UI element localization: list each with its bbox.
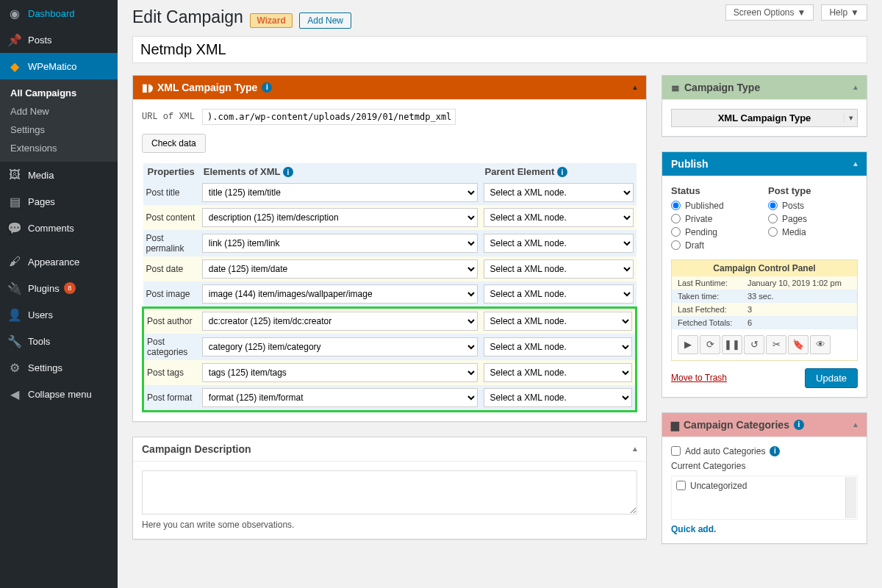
element-select[interactable]: dc:creator (125) item/dc:creator: [202, 312, 478, 331]
table-row: Post titletitle (125) item/titleSelect a…: [143, 180, 637, 205]
chevron-up-icon[interactable]: ▲: [631, 445, 639, 453]
users-icon: 👤: [7, 307, 22, 322]
element-select[interactable]: link (125) item/link: [202, 234, 478, 253]
update-button[interactable]: Update: [805, 368, 858, 388]
sidebar-item-appearance[interactable]: 🖌Appearance: [0, 248, 118, 275]
table-row: Post authordc:creator (125) item/dc:crea…: [143, 308, 637, 334]
cut-button[interactable]: ✂: [766, 335, 786, 354]
folder-icon: ▆: [671, 419, 679, 431]
campaign-title-input[interactable]: [132, 36, 867, 63]
parent-select[interactable]: Select a XML node.: [484, 388, 632, 407]
screen-options-button[interactable]: Screen Options ▼: [725, 4, 814, 21]
properties-table: Properties Elements of XML i Parent Elem…: [142, 163, 637, 413]
categories-list[interactable]: Uncategorized: [671, 476, 858, 520]
parent-select[interactable]: Select a XML node.: [484, 234, 634, 253]
parent-select[interactable]: Select a XML node.: [484, 259, 634, 279]
publish-header[interactable]: Publish ▲: [662, 152, 867, 176]
uncategorized-checkbox[interactable]: Uncategorized: [676, 481, 853, 491]
element-select[interactable]: image (144) item/images/wallpaper/image: [202, 284, 478, 304]
parent-select[interactable]: Select a XML node.: [484, 284, 634, 304]
campaign-description-textarea[interactable]: [142, 470, 637, 514]
info-icon[interactable]: i: [283, 167, 293, 177]
pages-icon: ▤: [7, 194, 22, 209]
campaign-categories-header[interactable]: ▆ Campaign Categories i ▲: [662, 413, 867, 437]
element-select[interactable]: tags (125) item/tags: [202, 363, 478, 382]
info-icon[interactable]: i: [770, 446, 780, 456]
view-button[interactable]: 👁: [810, 335, 831, 354]
parent-select[interactable]: Select a XML node.: [484, 183, 634, 202]
add-new-button[interactable]: Add New: [299, 12, 351, 29]
element-select[interactable]: description (125) item/description: [202, 208, 478, 227]
parent-select[interactable]: Select a XML node.: [484, 363, 632, 382]
sidebar-item-comments[interactable]: 💬Comments: [0, 215, 118, 241]
element-select[interactable]: category (125) item/category: [202, 337, 478, 356]
campaign-type-header[interactable]: ≣ Campaign Type ▲: [662, 76, 867, 100]
info-icon[interactable]: i: [794, 420, 804, 430]
pause-button[interactable]: ❚❚: [722, 335, 742, 354]
info-icon[interactable]: i: [557, 167, 567, 177]
dashboard-icon: ◉: [7, 6, 22, 21]
sidebar-item-plugins[interactable]: 🔌Plugins8: [0, 275, 118, 301]
chevron-up-icon[interactable]: ▲: [631, 83, 639, 91]
sidebar-sub-all-campaigns[interactable]: All Campaigns: [0, 84, 118, 102]
check-data-button[interactable]: Check data: [142, 134, 206, 153]
status-radio-draft[interactable]: Draft: [671, 239, 761, 252]
sidebar-item-dashboard[interactable]: ◉Dashboard: [0, 0, 118, 26]
chevron-up-icon[interactable]: ▲: [852, 159, 859, 168]
ccp-row: Taken time:33 sec.: [672, 290, 857, 303]
parent-select[interactable]: Select a XML node.: [484, 337, 632, 356]
element-select[interactable]: date (125) item/date: [202, 259, 478, 279]
appearance-icon: 🖌: [7, 254, 22, 269]
status-radio-published[interactable]: Published: [671, 199, 761, 212]
sidebar-sub-add-new[interactable]: Add New: [0, 102, 118, 121]
sidebar-item-posts[interactable]: 📌Posts: [0, 26, 118, 53]
sidebar-item-wpematico[interactable]: ◆WPeMatico: [0, 53, 118, 79]
status-radio-private[interactable]: Private: [671, 212, 761, 226]
tools-icon: 🔧: [7, 334, 22, 348]
chevron-up-icon[interactable]: ▲: [852, 420, 859, 429]
xml-campaign-header[interactable]: ▮◗ XML Campaign Type i ▲: [133, 76, 646, 100]
property-label: Post author: [143, 308, 199, 334]
status-radio-pending[interactable]: Pending: [671, 226, 761, 239]
tag-button[interactable]: 🔖: [788, 335, 808, 354]
sidebar-item-media[interactable]: 🖼Media: [0, 162, 118, 188]
sidebar-item-tools[interactable]: 🔧Tools: [0, 328, 118, 354]
info-icon[interactable]: i: [262, 82, 272, 93]
campaign-type-box: ≣ Campaign Type ▲ XML Campaign Type: [662, 75, 867, 137]
plugins-icon: 🔌: [7, 281, 22, 295]
property-label: Post format: [143, 385, 199, 412]
history-button[interactable]: ↺: [744, 335, 764, 354]
chevron-up-icon[interactable]: ▲: [852, 83, 859, 91]
url-of-xml-input[interactable]: [202, 109, 456, 125]
sidebar-item-label: Posts: [28, 35, 52, 46]
sidebar-item-settings[interactable]: ⚙Settings: [0, 354, 118, 381]
xml-campaign-box: ▮◗ XML Campaign Type i ▲ URL of XML Chec…: [132, 75, 647, 423]
page-title: Edit Campaign: [132, 7, 243, 27]
refresh-button[interactable]: ⟳: [700, 335, 720, 354]
wizard-button[interactable]: Wizard: [250, 13, 292, 28]
campaign-description-header[interactable]: Campaign Description ▲: [133, 437, 646, 462]
sidebar-submenu: All Campaigns Add New Settings Extension…: [0, 79, 118, 162]
sidebar-item-label: WPeMatico: [28, 61, 76, 72]
sidebar-item-pages[interactable]: ▤Pages: [0, 188, 118, 215]
play-button[interactable]: ▶: [678, 335, 698, 354]
sidebar-item-collapse[interactable]: ◀Collapse menu: [0, 381, 118, 407]
posttype-radio-posts[interactable]: Posts: [768, 199, 858, 212]
table-row: Post contentdescription (125) item/descr…: [143, 205, 637, 230]
add-auto-categories-checkbox[interactable]: Add auto Categories i: [671, 446, 858, 456]
posttype-radio-media[interactable]: Media: [768, 226, 858, 239]
campaign-type-select[interactable]: XML Campaign Type: [671, 109, 858, 127]
help-button[interactable]: Help ▼: [821, 4, 867, 21]
quick-add-link[interactable]: Quick add.: [671, 524, 716, 534]
element-select[interactable]: title (125) item/title: [202, 183, 478, 202]
sidebar-item-users[interactable]: 👤Users: [0, 301, 118, 328]
sidebar-sub-extensions[interactable]: Extensions: [0, 139, 118, 157]
parent-select[interactable]: Select a XML node.: [484, 312, 632, 331]
ccp-row: Last Runtime:January 10, 2019 1:02 pm: [672, 276, 857, 290]
sidebar-sub-settings[interactable]: Settings: [0, 121, 118, 139]
element-select[interactable]: format (125) item/format: [202, 388, 478, 407]
sidebar-item-label: Settings: [28, 362, 62, 373]
posttype-radio-pages[interactable]: Pages: [768, 212, 858, 226]
move-to-trash-link[interactable]: Move to Trash: [671, 373, 727, 383]
parent-select[interactable]: Select a XML node.: [484, 208, 634, 227]
